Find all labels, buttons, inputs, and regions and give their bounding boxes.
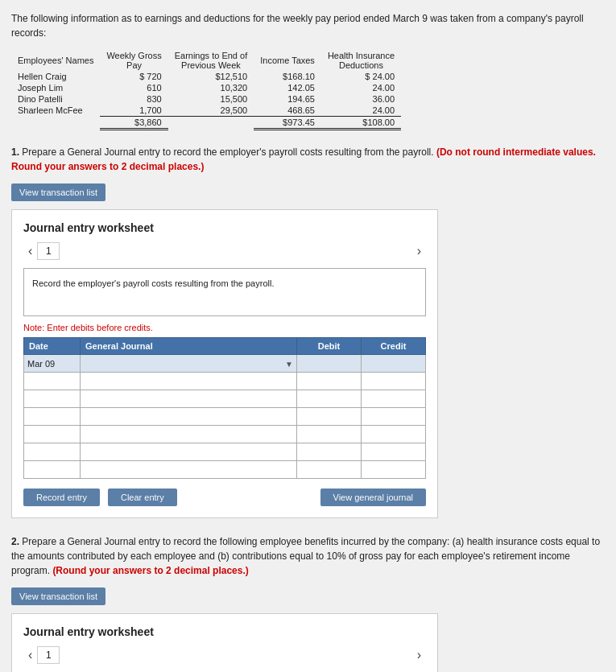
journal2-page-number: 1	[37, 646, 60, 664]
journal1-title: Journal entry worksheet	[23, 221, 426, 234]
journal1-row-5	[24, 426, 426, 443]
dropdown-icon-1: ▼	[285, 359, 293, 368]
question2-number: 2.	[11, 536, 19, 547]
journal2-nav: ‹ 1 ›	[23, 646, 426, 664]
col-header-gross: Weekly GrossPay	[100, 50, 167, 71]
view-transaction-button-2[interactable]: View transaction list	[11, 587, 105, 605]
intro-text: The following information as to earnings…	[11, 11, 605, 40]
journal1-col-gj: General Journal	[81, 338, 297, 355]
journal1-credit-cell-2[interactable]	[362, 373, 426, 390]
journal1-debit-cell-5[interactable]	[297, 426, 362, 443]
journal1-credit-cell-6[interactable]	[362, 443, 426, 461]
journal1-credit-cell-4[interactable]	[362, 408, 426, 426]
journal1-btn-row: Record entry Clear entry View general jo…	[23, 489, 426, 506]
journal1-row-1: Mar 09 ▼	[24, 355, 426, 373]
journal2-prev-button[interactable]: ‹	[23, 648, 37, 662]
journal1-nav: ‹ 1 ›	[23, 242, 426, 260]
journal1-debit-cell-1[interactable]	[297, 355, 362, 373]
journal1-col-date: Date	[24, 338, 81, 355]
journal1-row-3	[24, 390, 426, 408]
journal1-grid: Date General Journal Debit Credit Mar 09…	[23, 337, 426, 479]
journal1-col-credit: Credit	[362, 338, 426, 355]
journal1-credit-cell-5[interactable]	[362, 426, 426, 443]
col-header-health: Health InsuranceDeductions	[321, 50, 401, 71]
journal1-date-cell-5	[24, 426, 81, 443]
clear-entry-button-1[interactable]: Clear entry	[108, 489, 177, 506]
journal1-debit-cell-7[interactable]	[297, 461, 362, 479]
journal1-next-button[interactable]: ›	[412, 244, 426, 258]
journal1-credit-cell-1[interactable]	[362, 355, 426, 373]
journal1-row-2	[24, 373, 426, 390]
journal1-date-cell-4	[24, 408, 81, 426]
journal1-gj-cell-7[interactable]	[81, 461, 297, 479]
journal2-title: Journal entry worksheet	[23, 625, 426, 638]
question2-section: 2. Prepare a General Journal entry to re…	[11, 534, 605, 578]
table-row: Dino Patelli 830 15,500 194.65 36.00	[11, 93, 401, 105]
question1-body: Prepare a General Journal entry to recor…	[22, 146, 433, 158]
view-transaction-button-1[interactable]: View transaction list	[11, 183, 105, 201]
journal1-debit-cell-4[interactable]	[297, 408, 362, 426]
journal1-row-7	[24, 461, 426, 479]
journal1-date-cell-7	[24, 461, 81, 479]
journal1-debit-cell-2[interactable]	[297, 373, 362, 390]
journal1-gj-cell-1[interactable]: ▼	[81, 355, 297, 373]
journal-worksheet-1: Journal entry worksheet ‹ 1 › Record the…	[11, 209, 438, 518]
journal1-date-cell-2	[24, 373, 81, 390]
journal1-row-6	[24, 443, 426, 461]
question1-section: 1. Prepare a General Journal entry to re…	[11, 145, 605, 174]
journal1-debit-cell-3[interactable]	[297, 390, 362, 408]
journal1-date-cell-3	[24, 390, 81, 408]
journal1-gj-cell-2[interactable]	[81, 373, 297, 390]
journal-worksheet-2: Journal entry worksheet ‹ 1 › Record the…	[11, 613, 438, 672]
col-header-earnings: Earnings to End ofPrevious Week	[168, 50, 254, 71]
journal1-row-4	[24, 408, 426, 426]
journal1-page-number: 1	[37, 242, 60, 260]
journal1-col-debit: Debit	[297, 338, 362, 355]
journal2-next-button[interactable]: ›	[412, 648, 426, 662]
journal1-note: Note: Enter debits before credits.	[23, 323, 426, 332]
question1-text: 1. Prepare a General Journal entry to re…	[11, 145, 605, 174]
total-row: $3,860 $973.45 $108.00	[11, 117, 401, 130]
col-header-name: Employees' Names	[11, 50, 100, 71]
journal1-gj-cell-6[interactable]	[81, 443, 297, 461]
table-row: Joseph Lim 610 10,320 142.05 24.00	[11, 82, 401, 93]
journal1-credit-cell-7[interactable]	[362, 461, 426, 479]
journal1-prev-button[interactable]: ‹	[23, 244, 37, 258]
table-row: Hellen Craig $ 720 $12,510 $168.10 $ 24.…	[11, 71, 401, 82]
record-entry-button-1[interactable]: Record entry	[23, 489, 100, 506]
journal1-date-cell-1: Mar 09	[24, 355, 81, 373]
journal1-debit-cell-6[interactable]	[297, 443, 362, 461]
journal1-date-cell-6	[24, 443, 81, 461]
journal1-credit-cell-3[interactable]	[362, 390, 426, 408]
payroll-table: Employees' Names Weekly GrossPay Earning…	[11, 50, 401, 130]
question1-number: 1.	[11, 146, 19, 158]
question2-text: 2. Prepare a General Journal entry to re…	[11, 534, 605, 578]
journal1-description: Record the employer's payroll costs resu…	[23, 268, 426, 316]
col-header-income: Income Taxes	[254, 50, 321, 71]
journal1-gj-cell-4[interactable]	[81, 408, 297, 426]
journal1-gj-cell-5[interactable]	[81, 426, 297, 443]
view-general-journal-button-1[interactable]: View general journal	[320, 489, 426, 506]
journal1-gj-cell-3[interactable]	[81, 390, 297, 408]
question2-note: (Round your answers to 2 decimal places.…	[52, 565, 248, 576]
table-row: Sharleen McFee 1,700 29,500 468.65 24.00	[11, 105, 401, 117]
